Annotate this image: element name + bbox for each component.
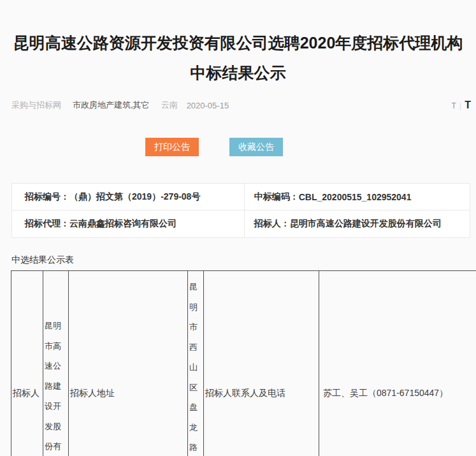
contact-header-label: 招标人联系人及电话 [205,388,317,399]
meta-bar: 采购与招标网 市政房地产建筑,其它 云南 2020-05-15 T | T [11,99,471,112]
tenderee-label: 招标人： [254,218,290,230]
tenderee-value: 昆明市高速公路建设开发股份有限公司 [290,218,442,230]
category-label: 市政房地产建筑,其它 [73,99,150,111]
publish-date: 2020-05-15 [187,101,229,110]
region-label: 云南 [161,99,178,111]
bid-info-table: 招标编号： （鼎）招文第（2019）-279-08号 中标编码： CBL_202… [11,183,470,238]
action-buttons: 打印公告 收藏公告 [145,138,283,156]
win-code-label: 中标编码： [254,191,299,203]
win-code-value: CBL_20200515_102952041 [299,192,412,202]
address-header-cell: 招标人地址 [69,271,188,456]
page-title-line1: 昆明高速公路资源开发投资有限公司选聘2020年度招标代理机构 [13,28,463,58]
address-value-cell: 昆明市西山区盘龙路2 [188,271,204,456]
result-table: 招标人 昆明市高速公路建设开发股份有限公司（盖 招标人地址 昆明市西山区盘龙路2… [11,270,476,456]
address-value: 昆明市西山区盘龙路2 [189,277,202,456]
bidder-header-cell: 招标人 [11,271,43,456]
contact-value: 苏工、吴工（0871-67150447） [323,388,476,399]
bidder-value: 昆明市高速公路建设开发股份有限公司（盖 [45,316,67,456]
font-larger-button[interactable]: T [465,99,471,111]
agency-cell: 招标代理： 云南鼎鑫招标咨询有限公司 [12,210,245,237]
bid-number-label: 招标编号： [25,191,69,203]
contact-header-cell: 招标人联系人及电话 [204,271,319,456]
source-site-label: 采购与招标网 [11,99,61,111]
font-smaller-button[interactable]: T [451,101,456,110]
result-table-caption: 中选结果公示表 [11,254,74,266]
print-announcement-button[interactable]: 打印公告 [145,138,199,156]
tenderee-cell: 招标人： 昆明市高速公路建设开发股份有限公司 [245,210,470,237]
agency-label: 招标代理： [25,218,69,230]
agency-value: 云南鼎鑫招标咨询有限公司 [69,218,177,230]
font-size-control: T | T [451,99,471,111]
win-code-cell: 中标编码： CBL_20200515_102952041 [245,184,470,210]
address-header-label: 招标人地址 [70,388,186,399]
bid-number-value: （鼎）招文第（2019）-279-08号 [69,191,200,203]
contact-value-cell: 苏工、吴工（0871-67150447） [319,271,476,456]
bidder-value-cell: 昆明市高速公路建设开发股份有限公司（盖 [43,271,69,456]
bid-number-cell: 招标编号： （鼎）招文第（2019）-279-08号 [12,184,245,210]
favorite-announcement-button[interactable]: 收藏公告 [229,138,283,156]
font-control-divider: | [459,101,461,110]
bidder-header-label: 招标人 [13,388,41,399]
page-title: 昆明高速公路资源开发投资有限公司选聘2020年度招标代理机构 中标结果公示 [13,28,463,88]
page-title-line2: 中标结果公示 [13,58,463,88]
